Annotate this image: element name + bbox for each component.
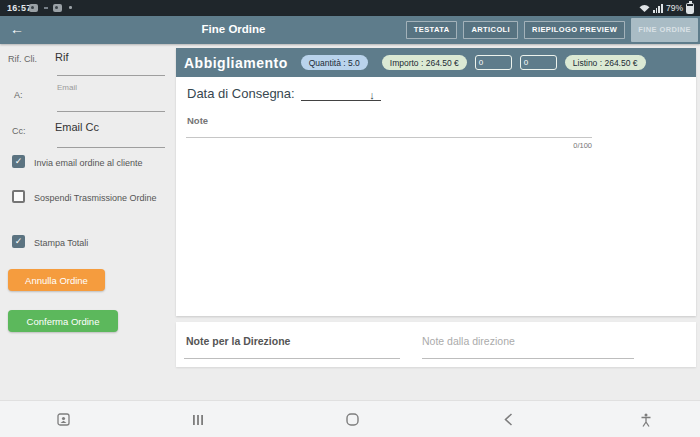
clock: 16:57	[7, 3, 32, 13]
note-input[interactable]	[186, 137, 592, 138]
note-from-direction-input[interactable]	[422, 358, 634, 359]
wifi-icon	[639, 4, 650, 12]
app-bar: ← Fine Ordine TESTATA ARTICOLI RIEPILOGO…	[0, 16, 700, 44]
chevron-down-icon: ↓	[369, 89, 375, 101]
battery-percent: 79%	[666, 3, 683, 13]
email-input-underline[interactable]	[57, 111, 165, 112]
order-summary-panel: Abbigliamento Quantità : 5.0 Importo : 2…	[176, 48, 696, 316]
signal-icon	[653, 4, 663, 13]
tab-fine-ordine[interactable]: FINE ORDINE	[631, 18, 698, 42]
delivery-date-row: Data di Consegna:↓	[187, 86, 381, 101]
discount-input-1[interactable]: 0	[475, 55, 512, 70]
note-char-counter: 0/100	[552, 141, 592, 150]
checkbox-stampa-totali[interactable]: ✓	[12, 235, 25, 248]
home-icon[interactable]	[340, 401, 364, 437]
tab-bar: TESTATA ARTICOLI RIEPILOGO PREVIEW FINE …	[406, 16, 698, 44]
page-title: Fine Ordine	[186, 23, 281, 35]
amount-badge: Importo : 264.50 €	[382, 55, 467, 70]
back-icon[interactable]	[496, 401, 520, 437]
back-arrow-icon[interactable]: ←	[10, 21, 24, 37]
direction-notes-section: Note per la Direzione Note dalla direzio…	[176, 322, 696, 367]
checkbox-label-sospendi-trasmissione[interactable]: Sospendi Trasmissione Ordine	[34, 193, 157, 203]
confirm-order-button[interactable]: Conferma Ordine	[8, 310, 118, 332]
cancel-order-button[interactable]: Annulla Ordine	[8, 269, 105, 291]
checkbox-invia-email[interactable]: ✓	[12, 155, 25, 168]
tab-articoli[interactable]: ARTICOLI	[463, 21, 518, 39]
notification-icon	[53, 4, 62, 12]
note-from-direction-label: Note dalla direzione	[422, 335, 515, 347]
status-bar: 16:57 79%	[0, 0, 700, 16]
category-header: Abbigliamento Quantità : 5.0 Importo : 2…	[176, 48, 696, 77]
delivery-date-label: Data di Consegna:	[187, 86, 295, 101]
note-to-direction-label: Note per la Direzione	[186, 335, 290, 347]
notification-dot	[69, 6, 72, 9]
checkbox-label-invia-email[interactable]: Invia email ordine al cliente	[34, 158, 143, 168]
field-label-rif-cli: Rif. Cli.	[8, 54, 37, 64]
discount-input-2[interactable]: 0	[520, 55, 557, 70]
rif-input[interactable]: Rif	[55, 51, 68, 63]
delivery-date-input[interactable]: ↓	[301, 88, 381, 101]
quantity-badge: Quantità : 5.0	[301, 55, 368, 70]
accessibility-icon[interactable]	[634, 401, 658, 437]
checkbox-sospendi-trasmissione[interactable]	[12, 190, 25, 203]
tab-testata[interactable]: TESTATA	[406, 21, 458, 39]
notification-separator	[44, 7, 48, 9]
fine-ordine-screen: 16:57 79% ← Fine Ordine TESTATA ARTICOLI…	[0, 0, 700, 437]
recent-apps-icon[interactable]	[186, 401, 210, 437]
email-cc-input[interactable]: Email Cc	[55, 121, 99, 133]
list-price-badge: Listino : 264.50 €	[565, 55, 646, 70]
checkbox-label-stampa-totali[interactable]: Stampa Totali	[34, 238, 88, 248]
rif-input-underline[interactable]	[57, 75, 165, 76]
tab-riepilogo-preview[interactable]: RIEPILOGO PREVIEW	[524, 21, 625, 39]
email-cc-input-underline[interactable]	[57, 147, 165, 148]
field-label-a: A:	[14, 90, 23, 100]
battery-icon	[686, 3, 694, 14]
screenshot-icon[interactable]	[51, 401, 75, 437]
android-nav-bar	[0, 400, 700, 437]
note-to-direction-input[interactable]	[184, 358, 400, 359]
category-title: Abbigliamento	[184, 55, 288, 71]
field-label-cc: Cc:	[12, 126, 26, 136]
email-input[interactable]: Email	[57, 83, 77, 92]
notification-icon	[29, 4, 38, 12]
note-label: Note	[187, 115, 208, 126]
